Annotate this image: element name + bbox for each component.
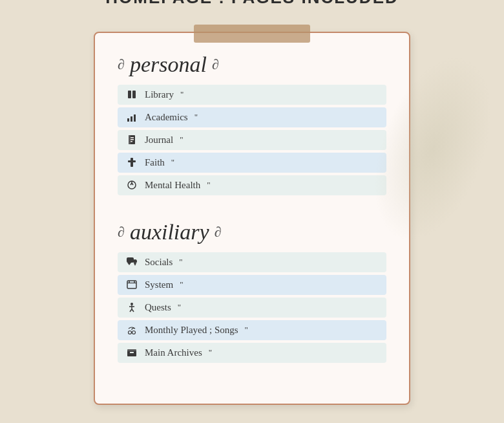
list-item[interactable]: Faith ": [118, 153, 386, 173]
svg-rect-9: [131, 141, 132, 142]
section-auxiliary-title: ∂ auxiliary ∂: [118, 220, 386, 244]
system-icon: [125, 279, 138, 290]
svg-marker-17: [127, 263, 131, 265]
svg-rect-0: [128, 91, 131, 98]
svg-rect-7: [131, 137, 134, 138]
svg-rect-8: [131, 139, 134, 140]
academics-suffix: ": [194, 112, 198, 122]
svg-rect-1: [132, 91, 136, 98]
academics-icon: [125, 112, 138, 122]
quests-suffix: ": [178, 302, 181, 312]
tape-decoration: [194, 25, 310, 43]
library-suffix: ": [180, 89, 184, 100]
svg-rect-20: [127, 281, 136, 288]
svg-line-15: [132, 183, 133, 185]
svg-point-29: [129, 331, 132, 334]
monthly-played-songs-suffix: ": [245, 325, 248, 335]
svg-rect-3: [131, 116, 132, 122]
academics-label: Academics: [145, 112, 188, 123]
list-item[interactable]: Main Archives ": [118, 343, 386, 363]
svg-rect-11: [128, 160, 136, 162]
section-auxiliary-symbol-right: ∂: [215, 224, 222, 241]
svg-line-28: [132, 309, 134, 312]
monthly-played-songs-icon: [125, 325, 138, 335]
svg-rect-32: [127, 351, 136, 356]
svg-marker-19: [134, 263, 136, 266]
faith-icon: [125, 157, 138, 168]
svg-rect-6: [129, 135, 131, 144]
library-icon: [125, 89, 138, 100]
svg-rect-4: [134, 114, 136, 122]
svg-rect-33: [127, 349, 136, 351]
quests-label: Quests: [145, 302, 171, 313]
list-item[interactable]: Mental Health ": [118, 175, 386, 195]
section-personal-label: personal: [130, 52, 207, 77]
svg-rect-2: [127, 118, 129, 122]
list-item[interactable]: Quests ": [118, 298, 386, 318]
page-title: HOMEPAGE : PAGES INCLUDED: [105, 0, 399, 8]
section-personal-symbol-right: ∂: [212, 56, 219, 73]
svg-point-18: [133, 259, 137, 263]
library-label: Library: [145, 89, 174, 100]
socials-suffix: ": [179, 257, 182, 267]
list-item[interactable]: System ": [118, 275, 386, 295]
list-item[interactable]: Library ": [118, 85, 386, 105]
journal-suffix: ": [180, 135, 183, 145]
mental-health-label: Mental Health: [145, 180, 200, 191]
section-auxiliary-label: auxiliary: [130, 220, 209, 244]
faith-label: Faith: [145, 157, 165, 168]
svg-rect-34: [130, 352, 134, 353]
svg-rect-16: [127, 257, 134, 263]
svg-point-24: [131, 303, 133, 305]
system-label: System: [145, 279, 173, 290]
list-item[interactable]: Journal ": [118, 130, 386, 150]
faith-suffix: ": [171, 157, 174, 168]
main-archives-suffix: ": [209, 347, 212, 358]
journal-icon: [125, 135, 138, 145]
list-item[interactable]: Socials ": [118, 252, 386, 272]
socials-label: Socials: [145, 257, 173, 268]
list-item[interactable]: Monthly Played ; Songs ": [118, 320, 386, 340]
system-suffix: ": [180, 279, 183, 290]
section-personal-title: ∂ personal ∂: [118, 52, 386, 77]
section-auxiliary-symbol-left: ∂: [118, 224, 125, 241]
socials-icon: [125, 257, 138, 267]
main-archives-icon: [125, 347, 138, 358]
list-item[interactable]: Academics ": [118, 107, 386, 127]
section-personal-symbol-left: ∂: [118, 56, 125, 73]
mental-health-icon: [125, 180, 138, 190]
monthly-played-songs-label: Monthly Played ; Songs: [145, 325, 238, 336]
main-archives-label: Main Archives: [145, 347, 202, 358]
svg-point-30: [132, 331, 136, 334]
quests-icon: [125, 302, 138, 312]
journal-label: Journal: [145, 135, 173, 146]
main-card: HOMEPAGE : PAGES INCLUDED ∂ personal ∂ L…: [94, 32, 410, 405]
personal-item-list: Library " Academics ": [118, 85, 386, 195]
mental-health-suffix: ": [207, 180, 210, 190]
auxiliary-item-list: Socials " System ": [118, 252, 386, 363]
